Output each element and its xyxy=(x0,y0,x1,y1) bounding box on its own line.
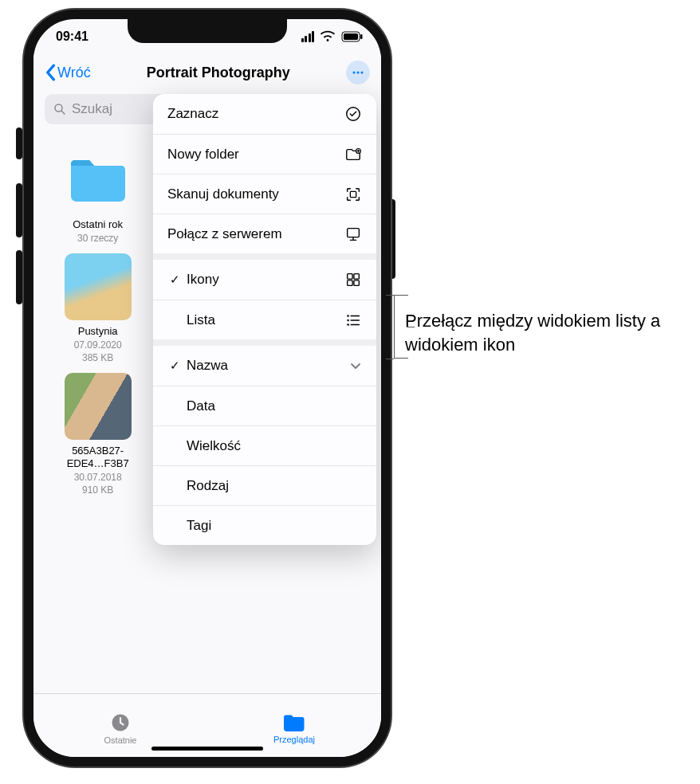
item-name: Pustynia xyxy=(78,325,118,338)
menu-view-icons[interactable]: ✓ Ikony xyxy=(153,260,376,300)
menu-sort-name[interactable]: ✓ Nazwa xyxy=(153,346,376,386)
menu-separator xyxy=(153,339,376,346)
menu-sort-date[interactable]: Data xyxy=(153,386,376,425)
status-time: 09:41 xyxy=(56,29,88,44)
callout-bracket xyxy=(386,359,394,359)
status-icons xyxy=(301,28,364,45)
thumbnail xyxy=(65,373,132,440)
page-title: Portrait Photography xyxy=(147,65,290,81)
more-button[interactable] xyxy=(346,61,370,84)
svg-rect-15 xyxy=(354,280,359,285)
svg-point-16 xyxy=(347,315,349,317)
folder-icon xyxy=(282,712,306,733)
svg-point-18 xyxy=(347,323,349,326)
chevron-down-icon xyxy=(349,359,362,372)
volume-up-button xyxy=(16,183,22,237)
menu-sort-kind[interactable]: Rodzaj xyxy=(153,465,376,505)
home-indicator[interactable] xyxy=(151,747,263,751)
svg-point-3 xyxy=(353,72,356,74)
clock-icon xyxy=(109,711,132,734)
context-menu: Zaznacz Nowy folder Skanuj dokumenty Poł… xyxy=(153,94,376,545)
menu-label: Skanuj dokumenty xyxy=(167,186,279,202)
volume-down-button xyxy=(16,250,22,304)
svg-rect-10 xyxy=(350,191,356,197)
menu-sort-size[interactable]: Wielkość xyxy=(153,425,376,465)
grid-item[interactable]: Pustynia 07.09.2020 385 KB xyxy=(48,253,147,363)
item-meta: 30.07.2018 xyxy=(74,472,122,483)
menu-label: Nowy folder xyxy=(167,147,239,163)
folder-plus-icon xyxy=(344,146,362,163)
svg-point-4 xyxy=(357,72,360,74)
item-meta: 385 KB xyxy=(82,352,113,363)
list-icon xyxy=(344,312,362,329)
menu-label: Ikony xyxy=(187,272,219,288)
item-name: Ostatni rok xyxy=(73,218,123,231)
folder-icon xyxy=(65,147,132,214)
menu-connect-server[interactable]: Połącz z serwerem xyxy=(153,214,376,253)
tab-bar: Ostatnie Przeglądaj xyxy=(33,693,381,757)
tab-label: Ostatnie xyxy=(104,735,137,745)
svg-rect-1 xyxy=(344,33,358,40)
callout-text: Przełącz między widokiem listy a widokie… xyxy=(405,309,676,356)
item-meta: 07.09.2020 xyxy=(74,339,122,351)
menu-label: Zaznacz xyxy=(167,106,218,122)
menu-label: Wielkość xyxy=(187,438,241,454)
back-label: Wróć xyxy=(57,65,91,81)
grid-item[interactable]: 565A3B27-EDE4…F3B7 30.07.2018 910 KB xyxy=(48,373,147,496)
thumbnail xyxy=(65,253,132,320)
svg-point-6 xyxy=(55,104,62,112)
svg-rect-12 xyxy=(348,274,352,279)
item-meta: 910 KB xyxy=(82,484,113,496)
item-name: 565A3B27-EDE4…F3B7 xyxy=(54,445,142,469)
svg-rect-2 xyxy=(360,34,363,39)
menu-sort-tags[interactable]: Tagi xyxy=(153,505,376,545)
chevron-left-icon xyxy=(45,64,56,81)
menu-label: Nazwa xyxy=(187,358,228,374)
notch xyxy=(128,19,287,43)
svg-rect-13 xyxy=(354,274,359,279)
menu-scan-documents[interactable]: Skanuj dokumenty xyxy=(153,174,376,214)
grid-icon xyxy=(344,271,362,288)
nav-bar: Wróć Portrait Photography xyxy=(33,54,381,91)
checkmark-icon: ✓ xyxy=(167,272,182,287)
scan-icon xyxy=(344,186,362,203)
grid-item-folder[interactable]: Ostatni rok 30 rzeczy xyxy=(48,147,147,244)
wifi-icon xyxy=(319,28,336,45)
menu-label: Rodzaj xyxy=(187,478,229,494)
svg-line-7 xyxy=(61,111,65,114)
svg-rect-14 xyxy=(348,280,352,285)
search-placeholder: Szukaj xyxy=(72,101,112,117)
menu-separator xyxy=(153,253,376,260)
phone-frame: 09:41 Wróć Portrait Photography Szukaj O… xyxy=(24,10,391,766)
menu-new-folder[interactable]: Nowy folder xyxy=(153,134,376,174)
callout-bracket xyxy=(386,295,394,296)
search-icon xyxy=(53,102,67,116)
menu-label: Połącz z serwerem xyxy=(167,226,282,242)
ellipsis-circle-icon xyxy=(350,65,366,80)
svg-point-17 xyxy=(347,319,349,321)
server-icon xyxy=(344,225,362,243)
tab-label: Przeglądaj xyxy=(273,735,315,744)
svg-rect-11 xyxy=(348,228,360,237)
menu-select[interactable]: Zaznacz xyxy=(153,94,376,134)
select-circle-icon xyxy=(344,105,362,123)
cellular-icon xyxy=(301,31,315,42)
checkmark-icon: ✓ xyxy=(167,359,182,373)
item-meta: 30 rzeczy xyxy=(77,233,118,244)
menu-label: Data xyxy=(187,398,215,414)
menu-label: Tagi xyxy=(187,518,211,534)
back-button[interactable]: Wróć xyxy=(45,64,91,81)
menu-label: Lista xyxy=(187,312,215,328)
battery-icon xyxy=(341,31,364,42)
svg-point-5 xyxy=(361,72,364,74)
menu-view-list[interactable]: Lista xyxy=(153,300,376,339)
silence-switch xyxy=(16,127,22,159)
